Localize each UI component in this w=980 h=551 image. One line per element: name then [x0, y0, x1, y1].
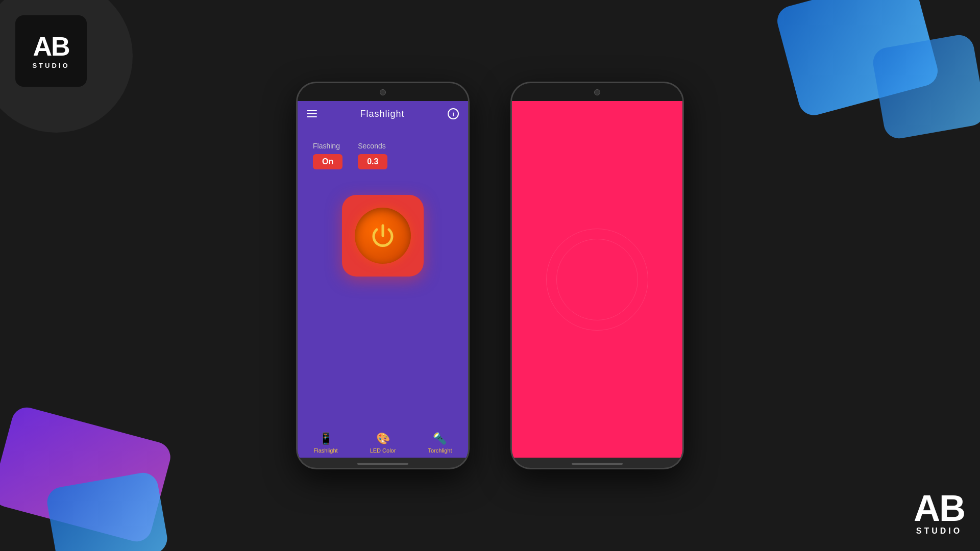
flashlight-nav-icon: 📱 — [319, 432, 333, 445]
logo-letters-br: AB — [914, 490, 965, 527]
seconds-control-group: Seconds 0.3 — [358, 142, 387, 169]
right-phone-frame — [510, 82, 684, 469]
logo-bottom-right: AB STUDIO — [914, 490, 965, 536]
left-phone-top-bar — [298, 83, 468, 101]
nav-item-torchlight[interactable]: 🔦 Torchlight — [428, 432, 452, 454]
torchlight-nav-icon: 🔦 — [433, 432, 447, 445]
logo-letters-tl: AB — [33, 33, 69, 60]
left-phone-screen: Flashlight i Flashing On Seconds 0.3 — [298, 101, 468, 458]
right-phone-overlay-circle-2 — [556, 239, 638, 320]
power-circle — [355, 208, 411, 264]
nav-item-led-color[interactable]: 🎨 LED Color — [370, 432, 396, 454]
seconds-label: Seconds — [358, 142, 387, 150]
app-header: Flashlight i — [298, 101, 468, 127]
logo-studio-br: STUDIO — [914, 527, 965, 536]
logo-top-left: AB STUDIO — [15, 15, 87, 87]
nav-item-flashlight[interactable]: 📱 Flashlight — [314, 432, 338, 454]
flashing-value-badge[interactable]: On — [313, 154, 342, 169]
power-button[interactable] — [342, 195, 424, 277]
phones-container: Flashlight i Flashing On Seconds 0.3 — [0, 0, 980, 551]
right-phone — [510, 82, 684, 469]
left-phone: Flashlight i Flashing On Seconds 0.3 — [296, 82, 470, 469]
controls-area: Flashing On Seconds 0.3 — [298, 127, 468, 180]
app-title: Flashlight — [360, 109, 404, 119]
flashing-label: Flashing — [313, 142, 342, 150]
right-phone-home-indicator — [572, 463, 623, 465]
left-phone-home-indicator — [357, 463, 408, 465]
led-color-nav-label: LED Color — [370, 447, 396, 454]
right-phone-top-bar — [512, 83, 682, 101]
power-button-area — [298, 180, 468, 297]
flashlight-nav-label: Flashlight — [314, 447, 338, 454]
power-icon — [368, 220, 398, 251]
right-phone-screen — [512, 101, 682, 458]
info-icon[interactable]: i — [448, 108, 459, 119]
flashing-control-group: Flashing On — [313, 142, 342, 169]
hamburger-menu-icon[interactable] — [307, 110, 317, 117]
left-phone-camera — [380, 89, 386, 95]
left-phone-frame: Flashlight i Flashing On Seconds 0.3 — [296, 82, 470, 469]
right-phone-camera — [594, 89, 600, 95]
torchlight-nav-label: Torchlight — [428, 447, 452, 454]
seconds-value-badge[interactable]: 0.3 — [358, 154, 387, 169]
led-color-nav-icon: 🎨 — [376, 432, 390, 445]
bottom-nav: 📱 Flashlight 🎨 LED Color 🔦 Torchlight — [298, 426, 468, 458]
logo-studio-tl: STUDIO — [32, 62, 69, 69]
led-color-display — [512, 101, 682, 458]
